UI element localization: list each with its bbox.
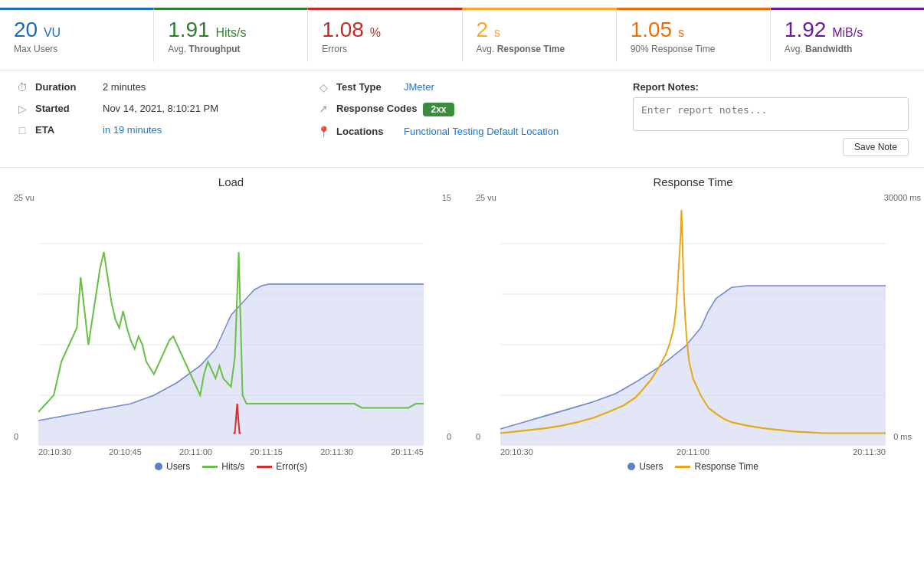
response-time-chart-svg (500, 193, 886, 446)
hits-line-icon (202, 466, 218, 468)
metric-number: 2 (477, 18, 489, 41)
rt-y-right-top: 30000 ms (884, 193, 921, 202)
tag-icon: ◇ (316, 81, 330, 93)
metric-label: 90% Response Time (631, 44, 756, 54)
legend-errors: Error(s) (257, 461, 307, 472)
metric-90pct: 1.05 s 90% Response Time (617, 8, 771, 62)
metric-value: 1.91 Hits/s (168, 18, 293, 42)
metric-bandwidth: 1.92 MiB/s Avg. Bandwidth (771, 8, 924, 62)
save-note-button[interactable]: Save Note (843, 138, 909, 156)
legend-errors-label: Error(s) (276, 461, 307, 472)
test-type-row: ◇ Test Type JMeter (316, 81, 618, 93)
response-time-chart-wrapper: 25 vu 30000 ms 0 0 ms (500, 193, 886, 457)
x-label: 20:11:00 (179, 447, 212, 457)
metric-number: 1.05 (631, 18, 673, 41)
response-time-chart-title: Response Time (470, 175, 916, 188)
load-chart-title: Load (8, 175, 454, 188)
response-time-line-icon (675, 466, 690, 468)
rt-y-right-bottom: 0 ms (893, 432, 912, 441)
label-accent: Response Time (497, 44, 565, 54)
play-icon: ▷ (15, 103, 29, 115)
metric-unit: VU (44, 26, 61, 39)
location-icon: 📍 (316, 126, 330, 138)
x-label: 20:11:15 (250, 447, 283, 457)
test-type-label: Test Type (336, 81, 398, 93)
legend-response-time-label: Response Time (694, 461, 758, 472)
metric-value: 2 s (477, 18, 602, 42)
report-notes-label: Report Notes: (633, 81, 909, 93)
legend-users: Users (627, 461, 663, 472)
info-section: ⏱ Duration 2 minutes ▷ Started Nov 14, 2… (0, 70, 924, 168)
load-x-labels: 20:10:30 20:10:45 20:11:00 20:11:15 20:1… (38, 446, 424, 457)
metric-unit: MiB/s (832, 26, 863, 39)
rt-x-labels: 20:10:30 20:11:00 20:11:30 (500, 446, 886, 457)
metric-number: 1.91 (168, 18, 210, 41)
duration-value: 2 minutes (103, 81, 146, 93)
x-label: 20:10:30 (500, 447, 533, 457)
metric-label: Avg. Bandwidth (785, 44, 910, 54)
locations-row: 📍 Locations Functional Testing Default L… (316, 126, 618, 138)
eta-label: ETA (35, 124, 97, 136)
users-dot-icon (155, 463, 162, 470)
load-legend: Users Hits/s Error(s) (8, 461, 454, 472)
load-y-right-top: 15 (442, 193, 451, 202)
response-time-chart-area (500, 193, 886, 446)
legend-users-label: Users (166, 461, 190, 472)
response-icon: ↗ (316, 103, 330, 115)
report-notes-input[interactable] (633, 97, 909, 131)
metric-label: Avg. Response Time (477, 44, 602, 54)
label-prefix: Avg. (477, 44, 497, 54)
legend-users-label: Users (639, 461, 663, 472)
metric-number: 1.92 (785, 18, 827, 41)
eta-row: □ ETA in 19 minutes (15, 124, 316, 136)
label-prefix: Avg. (785, 44, 805, 54)
metric-avg-response: 2 s Avg. Response Time (463, 8, 617, 62)
metric-max-users: 20 VU Max Users (0, 8, 154, 62)
metric-label: Max Users (14, 44, 139, 54)
response-code-badge: 2xx (423, 103, 454, 116)
metric-value: 1.92 MiB/s (785, 18, 910, 42)
metric-throughput: 1.91 Hits/s Avg. Throughput (154, 8, 308, 62)
legend-hits: Hits/s (202, 461, 244, 472)
duration-label: Duration (35, 81, 97, 93)
started-row: ▷ Started Nov 14, 2021, 8:10:21 PM (15, 103, 316, 115)
x-label: 20:10:30 (38, 447, 71, 457)
x-label: 20:11:00 (677, 447, 709, 457)
response-time-legend: Users Response Time (470, 461, 916, 472)
started-label: Started (35, 103, 97, 114)
x-label: 20:10:45 (109, 447, 142, 457)
load-y-left-bottom: 0 (14, 432, 18, 441)
test-type-value: JMeter (404, 81, 434, 93)
rt-y-left-bottom: 0 (476, 432, 480, 441)
errors-line-icon (257, 466, 272, 468)
metric-unit: Hits/s (215, 26, 246, 39)
response-codes-label: Response Codes (336, 103, 417, 114)
load-y-right-bottom: 0 (447, 432, 451, 441)
info-left-col: ⏱ Duration 2 minutes ▷ Started Nov 14, 2… (15, 81, 316, 156)
x-label: 20:11:30 (853, 447, 886, 457)
metric-value: 1.08 % (322, 18, 447, 42)
load-chart-container: Load 25 vu 15 0 0 (8, 175, 454, 472)
load-y-left-top: 25 vu (14, 193, 34, 202)
response-codes-row: ↗ Response Codes 2xx (316, 103, 618, 116)
metric-number: 1.08 (322, 18, 364, 41)
label-accent: Bandwidth (805, 44, 852, 54)
report-notes-panel: Report Notes: Save Note (618, 81, 909, 156)
x-label: 20:11:45 (391, 447, 424, 457)
metric-number: 20 (14, 18, 38, 41)
started-value: Nov 14, 2021, 8:10:21 PM (103, 103, 218, 114)
load-chart-wrapper: 25 vu 15 0 0 (38, 193, 424, 457)
rt-y-left-top: 25 vu (476, 193, 496, 202)
response-time-chart-container: Response Time 25 vu 30000 ms 0 0 ms (470, 175, 916, 472)
x-label: 20:11:30 (320, 447, 353, 457)
load-chart-area (38, 193, 424, 446)
duration-row: ⏱ Duration 2 minutes (15, 81, 316, 93)
metrics-bar: 20 VU Max Users 1.91 Hits/s Avg. Through… (0, 0, 924, 70)
eta-icon: □ (15, 124, 29, 136)
metric-label: Avg. Throughput (168, 44, 293, 54)
charts-section: Load 25 vu 15 0 0 (0, 168, 924, 480)
info-middle-col: ◇ Test Type JMeter ↗ Response Codes 2xx … (316, 81, 618, 156)
metric-value: 1.05 s (631, 18, 756, 42)
locations-value: Functional Testing Default Location (404, 126, 559, 137)
metric-unit: s (678, 26, 684, 39)
